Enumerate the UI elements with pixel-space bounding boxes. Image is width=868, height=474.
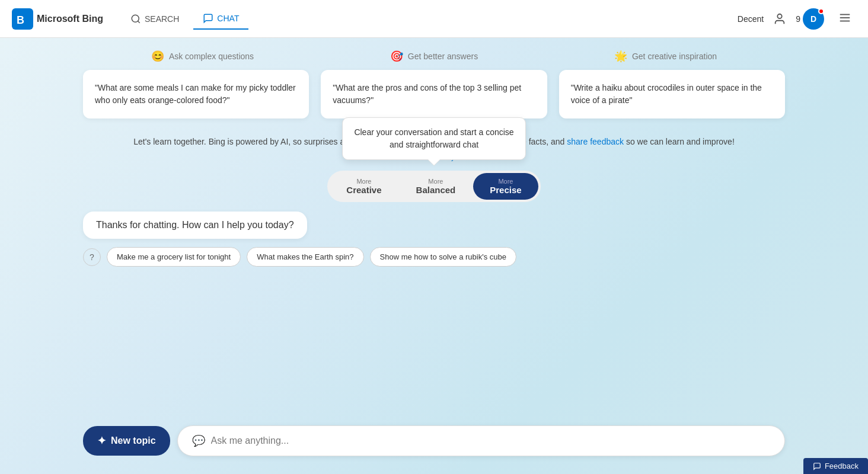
notification-dot [818,8,824,14]
feedback-button[interactable]: Feedback [803,458,868,474]
suggestion-card-1-text: "What are some meals I can make for my p… [95,83,296,105]
tone-creative-button[interactable]: More Creative [330,173,398,200]
suggestion-categories: 😊 Ask complex questions 🎯 Get better ans… [83,50,785,63]
greeting-bubble: Thanks for chatting. How can I help you … [83,212,307,239]
points-badge[interactable]: 9 D [796,8,824,30]
creative-icon: 🌟 [614,50,627,63]
svg-text:B: B [17,14,24,26]
svg-line-3 [138,21,139,23]
better-answers-label: Get better answers [408,52,478,61]
tone-precise-main: Precise [490,185,521,195]
nav-chat[interactable]: CHAT [193,8,248,30]
feedback-icon [813,462,821,470]
suggestion-card-2-text: "What are the pros and cons of the top 3… [333,83,521,105]
nav-search[interactable]: SEARCH [121,9,189,29]
creative-label: Get creative inspiration [632,52,717,61]
suggestion-section: 😊 Ask complex questions 🎯 Get better ans… [0,38,868,118]
main-nav: SEARCH CHAT [121,8,738,30]
suggestion-pill-3[interactable]: Show me how to solve a rubik's cube [370,247,516,267]
points-count: 9 [796,14,800,24]
svg-point-4 [778,14,782,18]
svg-point-2 [132,15,139,22]
chat-suggestions: ? Make me a grocery list for tonight Wha… [0,239,868,267]
tone-creative-top: More [356,178,371,185]
suggestion-pill-2[interactable]: What makes the Earth spin? [247,247,363,267]
logo[interactable]: B Microsoft Bing [12,8,103,30]
header: B Microsoft Bing SEARCH CHAT Decent 9 D [0,0,868,38]
input-field-wrap[interactable]: 💬 [177,425,785,456]
user-name: Decent [738,14,764,24]
input-bar: ✦ New topic 💬 [0,425,868,456]
nav-search-label: SEARCH [145,14,179,24]
category-better-answers: 🎯 Get better answers [390,50,478,63]
chat-greeting: Thanks for chatting. How can I help you … [0,202,868,239]
logo-text: Microsoft Bing [37,14,103,24]
bing-logo-icon: B [12,8,33,30]
user-icon [773,12,786,25]
greeting-text: Thanks for chatting. How can I help you … [96,220,294,230]
ask-complex-label: Ask complex questions [169,52,254,61]
avatar: D [803,8,824,30]
ask-complex-icon: 😊 [151,50,164,63]
new-topic-label: New topic [111,435,156,446]
message-icon: 💬 [192,434,205,447]
better-answers-icon: 🎯 [390,50,403,63]
tone-precise-button[interactable]: More Precise [473,173,538,200]
category-creative: 🌟 Get creative inspiration [614,50,717,63]
feedback-label: Feedback [825,462,859,470]
search-icon [130,14,141,24]
share-feedback-link[interactable]: share feedback [567,137,624,146]
suggestion-cards: "What are some meals I can make for my p… [83,70,785,118]
header-right: Decent 9 D [738,7,856,31]
tooltip-bubble: Clear your conversation and start a conc… [342,117,526,160]
menu-button[interactable] [834,7,856,31]
hamburger-icon [838,11,851,24]
suggestion-card-1[interactable]: "What are some meals I can make for my p… [83,70,309,118]
suggestions-help-icon: ? [83,248,101,266]
avatar-initial: D [810,14,816,24]
new-topic-icon: ✦ [97,434,106,447]
category-ask-complex: 😊 Ask complex questions [151,50,254,63]
tooltip-text: Clear your conversation and start a conc… [354,127,513,149]
tone-balanced-button[interactable]: More Balanced [400,173,473,200]
nav-chat-label: CHAT [217,14,239,23]
suggestion-card-2[interactable]: "What are the pros and cons of the top 3… [321,70,547,118]
tone-creative-main: Creative [346,185,381,195]
suggestion-card-3-text: "Write a haiku about crocodiles in outer… [571,83,762,105]
suggestion-card-3[interactable]: "Write a haiku about crocodiles in outer… [559,70,785,118]
chat-input[interactable] [211,435,770,446]
tone-section: Clear your conversation and start a conc… [0,171,868,202]
tone-balanced-top: More [428,178,443,185]
info-text-2: so we can learn and improve! [624,137,735,146]
suggestion-pill-1[interactable]: Make me a grocery list for tonight [107,247,241,267]
tone-balanced-main: Balanced [416,185,456,195]
new-topic-button[interactable]: ✦ New topic [83,426,170,456]
chat-icon [203,13,213,24]
main-content: 😊 Ask complex questions 🎯 Get better ans… [0,0,868,474]
tone-buttons: More Creative More Balanced More Precise [327,171,540,202]
tone-precise-top: More [498,178,513,185]
